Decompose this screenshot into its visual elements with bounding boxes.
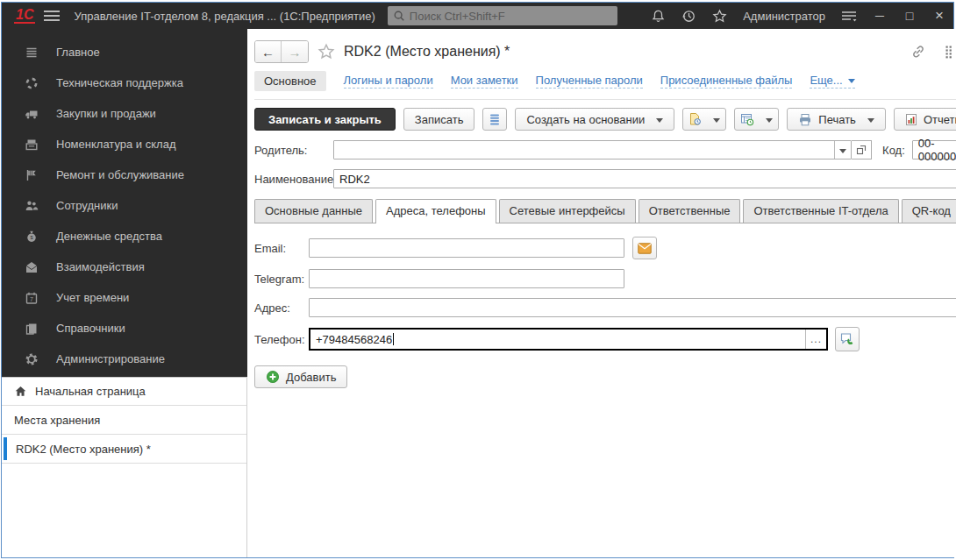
current-user[interactable]: Администратор	[743, 10, 825, 23]
open-window-label: Начальная страница	[35, 385, 146, 398]
sidebar-item-label: Денежные средства	[56, 230, 162, 243]
structure-button[interactable]	[482, 108, 507, 131]
search-icon	[393, 10, 405, 22]
notifications-bell-icon[interactable]	[651, 9, 666, 24]
app-window: 1С Управление IT-отделом 8, редакция ...…	[1, 2, 954, 558]
tab-responsible[interactable]: Ответственные	[639, 199, 741, 223]
create-based-on-button[interactable]: Создать на основании	[515, 108, 674, 131]
nav-link-received-passwords[interactable]: Полученные пароли	[536, 74, 643, 89]
sidebar-item-repair-service[interactable]: Ремонт и обслуживание	[2, 159, 247, 190]
tasks-dropdown-button[interactable]	[682, 108, 726, 131]
forward-button[interactable]: →	[282, 41, 308, 62]
name-input[interactable]: RDK2	[333, 169, 956, 188]
sidebar-item-nomenclature-warehouse[interactable]: Номенклатура и склад	[2, 129, 247, 159]
sidebar-item-purchases-sales[interactable]: Закупки и продажи	[2, 98, 247, 129]
sidebar-item-directories[interactable]: Справочники	[2, 313, 247, 344]
telegram-input[interactable]	[309, 269, 624, 288]
form-toolbar: Записать и закрыть Записать Создать на о…	[254, 108, 956, 131]
nav-link-my-notes[interactable]: Мои заметки	[451, 74, 518, 89]
sidebar-item-home-page[interactable]: Начальная страница	[2, 377, 246, 406]
money-bag-icon: s	[25, 230, 39, 244]
sidebar: Главное Техническая поддержка Закупки и …	[2, 29, 247, 557]
table-clock-icon	[740, 112, 754, 126]
sidebar-item-administration[interactable]: Администрирование	[2, 344, 247, 374]
sidebar-item-storage-places[interactable]: Места хранения	[2, 406, 246, 435]
sidebar-item-money[interactable]: s Денежные средства	[2, 221, 247, 252]
send-email-button[interactable]	[632, 237, 657, 259]
plus-circle-icon	[266, 370, 280, 384]
telegram-label: Telegram:	[254, 273, 309, 286]
warehouse-icon	[25, 138, 39, 152]
reports-button[interactable]: Отчеты	[894, 108, 956, 131]
code-input[interactable]: 00-00000030	[912, 140, 956, 159]
envelope-icon	[638, 243, 652, 254]
chevron-down-icon	[839, 149, 846, 157]
nav-link-osnovnoe[interactable]: Основное	[254, 71, 326, 91]
service-menu-icon[interactable]	[841, 10, 857, 23]
nav-link-logins-passwords[interactable]: Логины и пароли	[344, 74, 433, 89]
more-menu-icon[interactable]	[945, 46, 952, 59]
parent-input[interactable]	[333, 140, 852, 159]
back-button[interactable]: ←	[255, 41, 282, 62]
parent-dropdown-button[interactable]	[834, 141, 851, 159]
sidebar-item-label: Администрирование	[56, 352, 165, 365]
tab-qr-code[interactable]: QR-код	[902, 199, 956, 223]
mail-icon	[25, 260, 39, 274]
parent-label: Родитель:	[254, 144, 333, 157]
close-window-button[interactable]: ×	[932, 7, 946, 25]
reports-label: Отчеты	[924, 113, 956, 126]
main-menu-icon[interactable]	[44, 11, 60, 21]
add-button[interactable]: Добавить	[254, 365, 347, 388]
print-button[interactable]: Печать	[787, 108, 886, 131]
name-label: Наименование:	[254, 173, 333, 186]
text-cursor	[393, 333, 394, 345]
sidebar-item-label: Техническая поддержка	[56, 76, 183, 89]
open-window-label: Места хранения	[14, 414, 100, 427]
parent-open-button[interactable]	[852, 140, 872, 159]
phone-select-button[interactable]: ...	[805, 330, 826, 349]
phone-input[interactable]: +79484568246 ...	[309, 328, 828, 351]
open-window-label: RDK2 (Место хранения) *	[16, 443, 151, 456]
link-icon[interactable]	[910, 44, 926, 60]
nav-link-attached-files[interactable]: Присоединенные файлы	[660, 74, 793, 89]
nav-link-more[interactable]: Еще...	[810, 74, 854, 89]
sidebar-item-glavnoe[interactable]: Главное	[2, 37, 247, 67]
sidebar-item-label: Номенклатура и склад	[56, 138, 175, 151]
sidebar-item-rdk2-window[interactable]: RDK2 (Место хранения) *	[2, 435, 246, 464]
maximize-button[interactable]: □	[902, 9, 917, 23]
favorite-star-icon[interactable]	[317, 43, 335, 60]
sidebar-item-interactions[interactable]: Взаимодействия	[2, 252, 247, 282]
sidebar-item-time-tracking[interactable]: 7 Учет времени	[2, 282, 247, 313]
address-label: Адрес:	[254, 301, 309, 315]
document-clock-icon	[688, 112, 702, 126]
sidebar-item-employees[interactable]: Сотрудники	[2, 190, 247, 221]
email-input[interactable]	[309, 238, 624, 258]
history-icon[interactable]	[681, 9, 696, 24]
tab-addresses-phones[interactable]: Адреса, телефоны	[375, 199, 496, 223]
chevron-down-icon	[848, 79, 855, 87]
chevron-down-icon	[656, 118, 663, 126]
minimize-button[interactable]: ─	[873, 9, 887, 23]
sidebar-item-tech-support[interactable]: Техническая поддержка	[2, 67, 247, 98]
search-placeholder: Поиск Ctrl+Shift+F	[410, 10, 505, 23]
tab-main-data[interactable]: Основные данные	[254, 199, 373, 223]
address-input[interactable]: ...	[309, 298, 956, 317]
favorites-star-icon[interactable]	[712, 9, 727, 24]
sidebar-item-label: Главное	[56, 46, 100, 59]
calendar-icon: 7	[25, 291, 39, 305]
tab-network-interfaces[interactable]: Сетевые интерфейсы	[499, 199, 636, 223]
call-phone-button[interactable]	[835, 327, 860, 351]
history-nav-group: ← →	[254, 40, 309, 63]
global-search-input[interactable]: Поиск Ctrl+Shift+F	[388, 6, 617, 25]
save-and-close-button[interactable]: Записать и закрыть	[254, 108, 396, 131]
print-label: Печать	[818, 113, 856, 126]
tab-responsible-it[interactable]: Ответственные IT-отдела	[743, 199, 898, 223]
phone-label: Телефон:	[254, 333, 309, 346]
code-value: 00-00000030	[918, 137, 956, 163]
form-tabs: Основные данные Адреса, телефоны Сетевые…	[254, 199, 956, 223]
save-button[interactable]: Записать	[403, 108, 475, 131]
schedule-dropdown-button[interactable]	[734, 108, 779, 131]
gear-icon	[25, 352, 39, 366]
sidebar-sections: Главное Техническая поддержка Закупки и …	[2, 29, 247, 377]
open-windows-panel: Начальная страница Места хранения RDK2 (…	[2, 377, 247, 557]
